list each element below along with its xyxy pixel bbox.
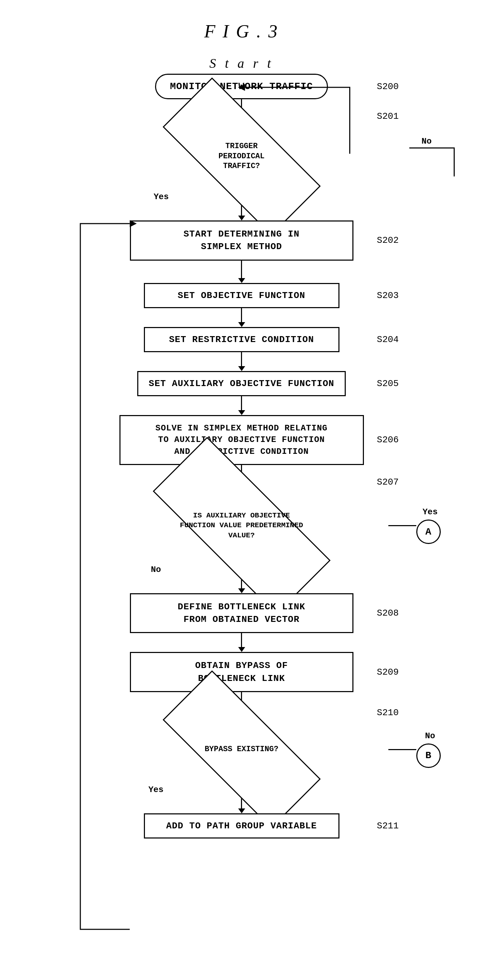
s207-label: S207 xyxy=(377,477,399,487)
s203-label: S203 xyxy=(377,290,399,301)
figure-title: F I G . 3 xyxy=(204,21,279,41)
s209-label: S209 xyxy=(377,667,399,678)
s211-row: ADD TO PATH GROUP VARIABLE S211 xyxy=(84,813,399,838)
no-label-s210: No xyxy=(425,731,435,741)
s205-label: S205 xyxy=(377,379,399,389)
s204-node: SET RESTRICTIVE CONDITION xyxy=(144,327,340,352)
s208-label: S208 xyxy=(377,608,399,618)
arrow-s204-s205 xyxy=(238,352,245,371)
no-s207-container: No xyxy=(151,565,161,574)
yes-s201-container: Yes xyxy=(154,192,169,202)
s211-node: ADD TO PATH GROUP VARIABLE xyxy=(144,813,340,838)
s208-node: DEFINE BOTTLENECK LINKFROM OBTAINED VECT… xyxy=(130,593,353,633)
page: F I G . 3 S t a r t MONITOR NETWORK TRAF… xyxy=(0,0,483,980)
s210-node: BYPASS EXISTING? xyxy=(165,714,318,784)
s203-node: SET OBJECTIVE FUNCTION xyxy=(144,283,340,308)
s210-label: S210 xyxy=(377,708,399,718)
s207-text: IS AUXILIARY OBJECTIVEFUNCTION VALUE PRE… xyxy=(175,506,308,546)
no-label-s207: No xyxy=(151,565,161,574)
start-label: S t a r t xyxy=(210,56,274,71)
yes-label-s207: Yes xyxy=(423,507,438,517)
arrow-s208-s209 xyxy=(238,633,245,652)
s207-node: IS AUXILIARY OBJECTIVEFUNCTION VALUE PRE… xyxy=(154,487,329,564)
s209-row: OBTAIN BYPASS OFBOTTLENECK LINK S209 xyxy=(84,652,399,692)
yes-label-s201: Yes xyxy=(154,192,169,202)
yes-s207-container: Yes A xyxy=(388,507,441,544)
circle-b: B xyxy=(416,743,441,768)
s210-text: BYPASS EXISTING? xyxy=(201,741,282,758)
s204-label: S204 xyxy=(377,334,399,345)
s201-row: TRIGGERPERIODICALTRAFFIC? S201 No xyxy=(84,122,399,191)
arrow-s205-s206 xyxy=(238,396,245,415)
s200-label: S200 xyxy=(377,81,399,92)
arrow-s203-s204 xyxy=(238,308,245,327)
s209-node: OBTAIN BYPASS OFBOTTLENECK LINK xyxy=(130,652,353,692)
s202-row: START DETERMINING INSIMPLEX METHOD S202 xyxy=(84,220,399,261)
s205-node: SET AUXILIARY OBJECTIVE FUNCTION xyxy=(137,371,346,396)
s202-node: START DETERMINING INSIMPLEX METHOD xyxy=(130,220,353,261)
no-s210-container: No B xyxy=(388,731,441,768)
s208-row: DEFINE BOTTLENECK LINKFROM OBTAINED VECT… xyxy=(84,593,399,633)
s201-label: S201 xyxy=(377,111,399,122)
s200-row: MONITOR NETWORK TRAFFIC S200 xyxy=(84,74,399,99)
s207-row: IS AUXILIARY OBJECTIVEFUNCTION VALUE PRE… xyxy=(84,487,399,564)
s211-label: S211 xyxy=(377,821,399,831)
flowchart: S t a r t MONITOR NETWORK TRAFFIC S200 T… xyxy=(84,56,399,859)
s206-row: SOLVE IN SIMPLEX METHOD RELATINGTO AUXIL… xyxy=(84,415,399,465)
s205-row: SET AUXILIARY OBJECTIVE FUNCTION S205 xyxy=(84,371,399,396)
circle-a: A xyxy=(416,520,441,544)
s206-label: S206 xyxy=(377,434,399,445)
arrow-s202-s203 xyxy=(238,261,245,283)
yes-label-s210: Yes xyxy=(148,785,164,794)
s210-row: BYPASS EXISTING? S210 No B xyxy=(84,714,399,784)
s203-row: SET OBJECTIVE FUNCTION S203 xyxy=(84,283,399,308)
s204-row: SET RESTRICTIVE CONDITION S204 xyxy=(84,327,399,352)
s201-text: TRIGGERPERIODICALTRAFFIC? xyxy=(215,138,268,175)
s202-label: S202 xyxy=(377,235,399,246)
s201-node: TRIGGERPERIODICALTRAFFIC? xyxy=(165,122,318,191)
no-branch-container: No xyxy=(399,137,455,177)
s200-node: MONITOR NETWORK TRAFFIC xyxy=(155,74,328,99)
yes-s210-container: Yes xyxy=(148,785,164,794)
no-label-s201: No xyxy=(421,137,432,146)
s206-node: SOLVE IN SIMPLEX METHOD RELATINGTO AUXIL… xyxy=(119,415,364,465)
